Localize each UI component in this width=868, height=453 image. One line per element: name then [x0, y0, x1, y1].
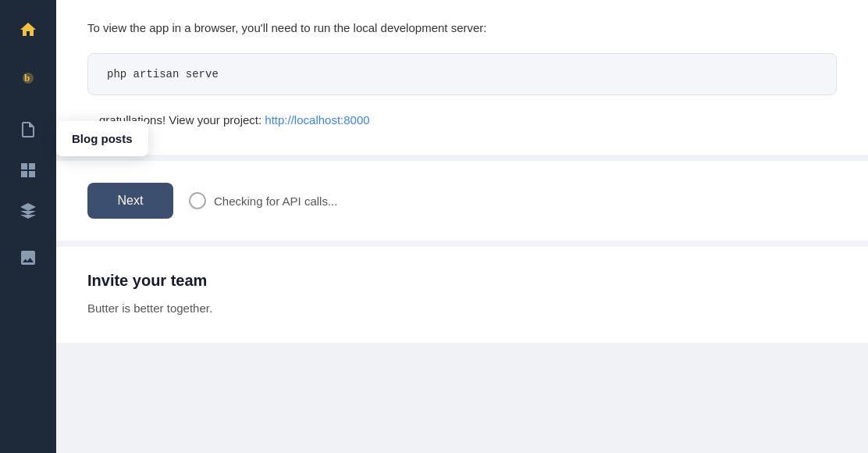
api-check-container: Checking for API calls...	[189, 192, 337, 209]
main-content: To view the app in a browser, you'll nee…	[56, 0, 868, 453]
sidebar-item-home[interactable]	[11, 12, 45, 47]
next-button[interactable]: Next	[87, 183, 173, 219]
image-icon	[19, 248, 37, 267]
setup-section: To view the app in a browser, you'll nee…	[56, 0, 868, 155]
radio-indicator	[189, 192, 206, 209]
butter-logo-icon: b	[19, 67, 37, 86]
grid-icon	[19, 161, 37, 180]
code-block: php artisan serve	[87, 53, 837, 95]
home-icon	[19, 20, 37, 39]
sidebar-item-components[interactable]	[11, 194, 45, 228]
api-check-text: Checking for API calls...	[214, 194, 337, 208]
code-content: php artisan serve	[107, 68, 219, 80]
invite-section: Invite your team Butter is better togeth…	[56, 247, 868, 343]
sidebar-item-media[interactable]	[11, 241, 45, 275]
blog-posts-tooltip: Blog posts	[56, 121, 148, 156]
next-section: Next Checking for API calls...	[56, 161, 868, 241]
document-icon	[19, 120, 37, 139]
localhost-link[interactable]: http://localhost:8000	[265, 113, 369, 127]
invite-title: Invite your team	[87, 272, 837, 290]
sidebar: b Blog posts	[0, 0, 56, 453]
congrats-text: …gratullations! View your project: http:…	[87, 111, 837, 136]
description-text: To view the app in a browser, you'll nee…	[87, 19, 837, 37]
cube-icon	[19, 202, 37, 220]
sidebar-item-documents[interactable]	[11, 112, 45, 147]
invite-subtitle: Butter is better together.	[87, 299, 837, 318]
tooltip-label: Blog posts	[72, 132, 133, 145]
congrats-suffix: lations! View your project:	[129, 113, 265, 127]
sidebar-item-butter[interactable]: b	[11, 59, 45, 94]
svg-text:b: b	[24, 72, 30, 84]
sidebar-item-grid[interactable]	[11, 153, 45, 187]
